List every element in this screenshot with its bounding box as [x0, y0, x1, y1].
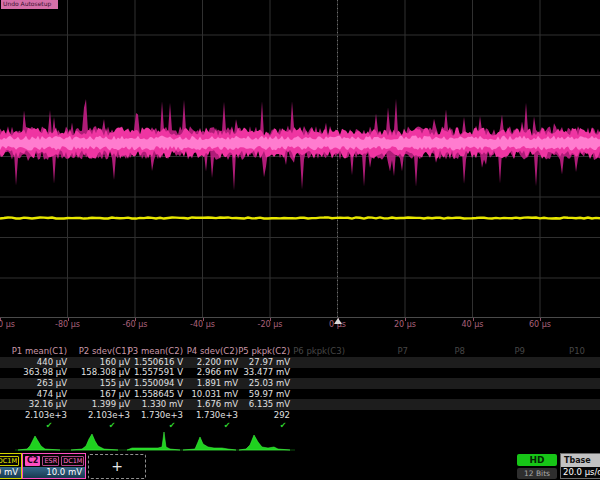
undo-autosetup-badge[interactable]: Undo Autosetup — [1, 0, 58, 9]
time-axis-label: -40 µs — [190, 320, 215, 331]
histicon — [239, 435, 290, 450]
time-axis-label: -60 µs — [123, 320, 148, 331]
oscilloscope-screen: Undo Autosetup -100 µs-80 µs-60 µs-40 µs… — [0, 0, 600, 480]
parameter-histicons — [0, 430, 600, 452]
histicon — [18, 436, 60, 450]
c2-esr-badge: ESR — [42, 456, 59, 466]
trigger-position-marker[interactable] — [334, 318, 342, 324]
table-cell: 33.477 mV — [210, 367, 290, 378]
waveform-grid: Undo Autosetup — [0, 0, 600, 317]
time-axis-label: -100 µs — [0, 320, 15, 331]
time-axis-label: 20 µs — [394, 320, 416, 331]
timebase-label: Tbase — [561, 454, 600, 467]
c2-label-badge: C2 — [25, 456, 40, 466]
table-cell: 59.97 mV — [210, 389, 290, 400]
time-axis-label: 60 µs — [529, 320, 551, 331]
histicon — [71, 434, 118, 450]
histicon — [127, 432, 180, 450]
time-axis-label: 40 µs — [462, 320, 484, 331]
c2-scale-value: 10.0 mV — [23, 467, 85, 478]
c1-coupling-badge: DC1M — [0, 456, 19, 466]
channel-c1-descriptor-box[interactable]: DC1M 0 mV — [0, 453, 22, 479]
grid-bottom-border — [0, 317, 600, 318]
timebase-descriptor-box[interactable]: Tbase 20.0 µs/div — [560, 453, 600, 479]
channel-c2-descriptor-box[interactable]: C2 ESR DC1M 10.0 mV — [22, 453, 86, 479]
table-cell: 25.03 mV — [210, 378, 290, 389]
histicon — [183, 437, 236, 450]
c2-coupling-badge: DC1M — [61, 456, 84, 466]
time-axis-label: -20 µs — [258, 320, 283, 331]
table-cell: 27.97 mV — [210, 357, 290, 368]
hd-bits-label: 12 Bits — [517, 468, 557, 479]
param-header-dim[interactable]: P11 — [560, 346, 600, 357]
time-axis-label: -80 µs — [55, 320, 80, 331]
traces — [0, 0, 600, 317]
table-cell: 6.135 mV — [210, 399, 290, 410]
add-trace-button[interactable]: + — [88, 454, 146, 479]
c1-scale-value: 0 mV — [0, 467, 21, 478]
table-cell: 292 — [210, 410, 290, 421]
hd-mode-badge[interactable]: HD — [517, 454, 557, 466]
timebase-scale: 20.0 µs/div — [561, 467, 600, 478]
